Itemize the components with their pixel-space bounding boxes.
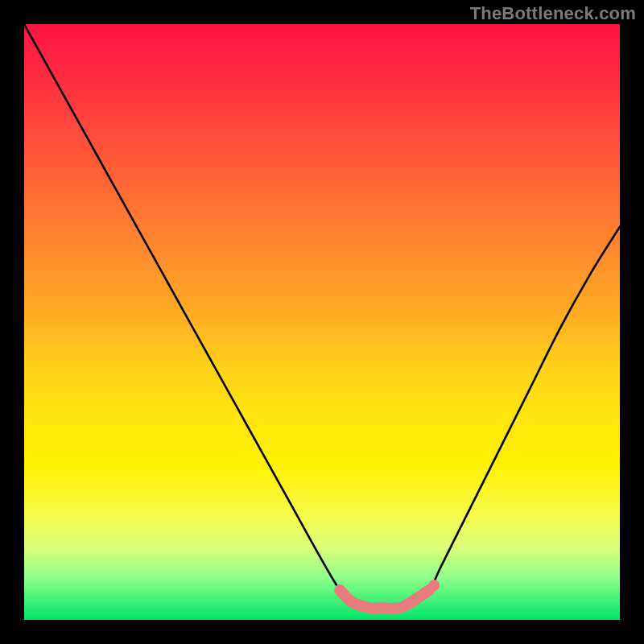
bottleneck-curve <box>24 24 620 609</box>
chart-frame: TheBottleneck.com <box>0 0 644 644</box>
watermark-text: TheBottleneck.com <box>470 3 636 24</box>
highlight-band <box>340 590 429 609</box>
plot-area <box>24 24 620 620</box>
highlight-dot <box>428 580 440 591</box>
curve-svg <box>24 24 620 620</box>
